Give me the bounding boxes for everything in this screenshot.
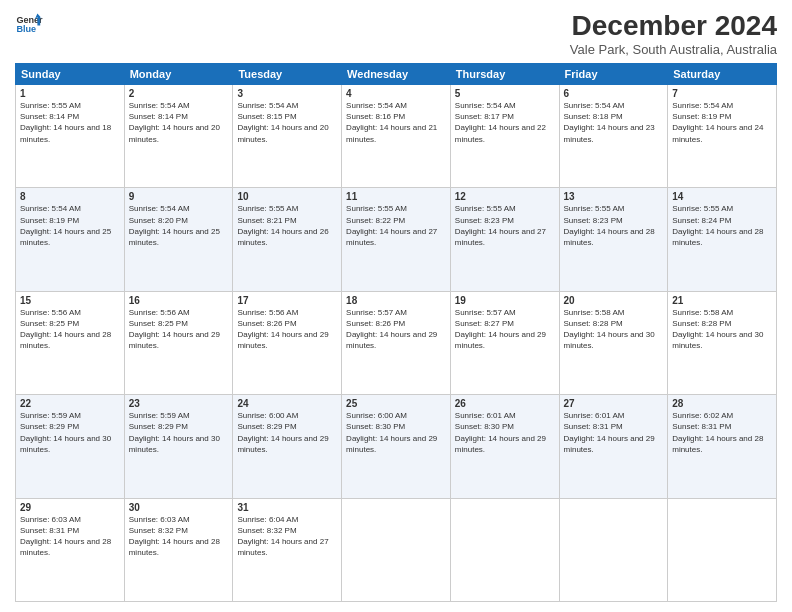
day-info: Sunrise: 5:57 AM Sunset: 8:27 PM Dayligh… — [455, 307, 555, 352]
page: General Blue December 2024 Vale Park, So… — [0, 0, 792, 612]
day-info: Sunrise: 5:54 AM Sunset: 8:15 PM Dayligh… — [237, 100, 337, 145]
subtitle: Vale Park, South Australia, Australia — [570, 42, 777, 57]
col-sunday: Sunday — [16, 64, 125, 85]
day-number: 6 — [564, 88, 664, 99]
day-info: Sunrise: 5:55 AM Sunset: 8:23 PM Dayligh… — [564, 203, 664, 248]
main-title: December 2024 — [570, 10, 777, 42]
col-thursday: Thursday — [450, 64, 559, 85]
logo: General Blue — [15, 10, 43, 38]
day-info: Sunrise: 5:59 AM Sunset: 8:29 PM Dayligh… — [129, 410, 229, 455]
table-row: 22 Sunrise: 5:59 AM Sunset: 8:29 PM Dayl… — [16, 395, 125, 498]
day-info: Sunrise: 5:57 AM Sunset: 8:26 PM Dayligh… — [346, 307, 446, 352]
day-number: 12 — [455, 191, 555, 202]
day-number: 1 — [20, 88, 120, 99]
logo-icon: General Blue — [15, 10, 43, 38]
table-row: 24 Sunrise: 6:00 AM Sunset: 8:29 PM Dayl… — [233, 395, 342, 498]
table-row: 16 Sunrise: 5:56 AM Sunset: 8:25 PM Dayl… — [124, 291, 233, 394]
day-info: Sunrise: 5:54 AM Sunset: 8:18 PM Dayligh… — [564, 100, 664, 145]
day-number: 25 — [346, 398, 446, 409]
day-number: 14 — [672, 191, 772, 202]
day-number: 26 — [455, 398, 555, 409]
col-friday: Friday — [559, 64, 668, 85]
svg-text:Blue: Blue — [16, 24, 36, 34]
day-info: Sunrise: 5:59 AM Sunset: 8:29 PM Dayligh… — [20, 410, 120, 455]
day-info: Sunrise: 5:58 AM Sunset: 8:28 PM Dayligh… — [564, 307, 664, 352]
day-info: Sunrise: 5:55 AM Sunset: 8:14 PM Dayligh… — [20, 100, 120, 145]
day-info: Sunrise: 5:55 AM Sunset: 8:21 PM Dayligh… — [237, 203, 337, 248]
table-row: 1 Sunrise: 5:55 AM Sunset: 8:14 PM Dayli… — [16, 85, 125, 188]
day-number: 8 — [20, 191, 120, 202]
day-info: Sunrise: 5:54 AM Sunset: 8:16 PM Dayligh… — [346, 100, 446, 145]
day-number: 24 — [237, 398, 337, 409]
table-row: 7 Sunrise: 5:54 AM Sunset: 8:19 PM Dayli… — [668, 85, 777, 188]
table-row: 6 Sunrise: 5:54 AM Sunset: 8:18 PM Dayli… — [559, 85, 668, 188]
day-info: Sunrise: 5:54 AM Sunset: 8:19 PM Dayligh… — [20, 203, 120, 248]
col-wednesday: Wednesday — [342, 64, 451, 85]
table-row: 10 Sunrise: 5:55 AM Sunset: 8:21 PM Dayl… — [233, 188, 342, 291]
day-info: Sunrise: 6:04 AM Sunset: 8:32 PM Dayligh… — [237, 514, 337, 559]
table-row: 30 Sunrise: 6:03 AM Sunset: 8:32 PM Dayl… — [124, 498, 233, 601]
day-info: Sunrise: 5:58 AM Sunset: 8:28 PM Dayligh… — [672, 307, 772, 352]
day-info: Sunrise: 5:54 AM Sunset: 8:14 PM Dayligh… — [129, 100, 229, 145]
day-info: Sunrise: 6:03 AM Sunset: 8:31 PM Dayligh… — [20, 514, 120, 559]
day-number: 4 — [346, 88, 446, 99]
table-row: 27 Sunrise: 6:01 AM Sunset: 8:31 PM Dayl… — [559, 395, 668, 498]
header: General Blue December 2024 Vale Park, So… — [15, 10, 777, 57]
day-info: Sunrise: 5:55 AM Sunset: 8:23 PM Dayligh… — [455, 203, 555, 248]
table-row — [342, 498, 451, 601]
day-info: Sunrise: 6:02 AM Sunset: 8:31 PM Dayligh… — [672, 410, 772, 455]
day-info: Sunrise: 5:55 AM Sunset: 8:24 PM Dayligh… — [672, 203, 772, 248]
table-row: 28 Sunrise: 6:02 AM Sunset: 8:31 PM Dayl… — [668, 395, 777, 498]
day-info: Sunrise: 6:00 AM Sunset: 8:29 PM Dayligh… — [237, 410, 337, 455]
day-number: 16 — [129, 295, 229, 306]
day-number: 21 — [672, 295, 772, 306]
day-info: Sunrise: 5:56 AM Sunset: 8:25 PM Dayligh… — [20, 307, 120, 352]
day-number: 23 — [129, 398, 229, 409]
day-info: Sunrise: 5:54 AM Sunset: 8:19 PM Dayligh… — [672, 100, 772, 145]
table-row: 29 Sunrise: 6:03 AM Sunset: 8:31 PM Dayl… — [16, 498, 125, 601]
day-number: 10 — [237, 191, 337, 202]
table-row: 26 Sunrise: 6:01 AM Sunset: 8:30 PM Dayl… — [450, 395, 559, 498]
day-number: 5 — [455, 88, 555, 99]
day-info: Sunrise: 5:54 AM Sunset: 8:17 PM Dayligh… — [455, 100, 555, 145]
table-row: 15 Sunrise: 5:56 AM Sunset: 8:25 PM Dayl… — [16, 291, 125, 394]
day-info: Sunrise: 6:01 AM Sunset: 8:30 PM Dayligh… — [455, 410, 555, 455]
day-number: 11 — [346, 191, 446, 202]
day-number: 19 — [455, 295, 555, 306]
day-number: 28 — [672, 398, 772, 409]
table-row: 12 Sunrise: 5:55 AM Sunset: 8:23 PM Dayl… — [450, 188, 559, 291]
col-tuesday: Tuesday — [233, 64, 342, 85]
table-row: 20 Sunrise: 5:58 AM Sunset: 8:28 PM Dayl… — [559, 291, 668, 394]
table-row: 11 Sunrise: 5:55 AM Sunset: 8:22 PM Dayl… — [342, 188, 451, 291]
table-row — [450, 498, 559, 601]
table-row: 25 Sunrise: 6:00 AM Sunset: 8:30 PM Dayl… — [342, 395, 451, 498]
table-row: 8 Sunrise: 5:54 AM Sunset: 8:19 PM Dayli… — [16, 188, 125, 291]
table-row — [559, 498, 668, 601]
col-saturday: Saturday — [668, 64, 777, 85]
day-info: Sunrise: 5:56 AM Sunset: 8:25 PM Dayligh… — [129, 307, 229, 352]
day-number: 27 — [564, 398, 664, 409]
day-number: 3 — [237, 88, 337, 99]
day-info: Sunrise: 6:01 AM Sunset: 8:31 PM Dayligh… — [564, 410, 664, 455]
day-number: 30 — [129, 502, 229, 513]
table-row: 3 Sunrise: 5:54 AM Sunset: 8:15 PM Dayli… — [233, 85, 342, 188]
calendar-table: Sunday Monday Tuesday Wednesday Thursday… — [15, 63, 777, 602]
header-row: Sunday Monday Tuesday Wednesday Thursday… — [16, 64, 777, 85]
day-number: 18 — [346, 295, 446, 306]
table-row: 17 Sunrise: 5:56 AM Sunset: 8:26 PM Dayl… — [233, 291, 342, 394]
table-row — [668, 498, 777, 601]
table-row: 23 Sunrise: 5:59 AM Sunset: 8:29 PM Dayl… — [124, 395, 233, 498]
col-monday: Monday — [124, 64, 233, 85]
table-row: 4 Sunrise: 5:54 AM Sunset: 8:16 PM Dayli… — [342, 85, 451, 188]
table-row: 21 Sunrise: 5:58 AM Sunset: 8:28 PM Dayl… — [668, 291, 777, 394]
table-row: 18 Sunrise: 5:57 AM Sunset: 8:26 PM Dayl… — [342, 291, 451, 394]
day-info: Sunrise: 5:55 AM Sunset: 8:22 PM Dayligh… — [346, 203, 446, 248]
table-row: 5 Sunrise: 5:54 AM Sunset: 8:17 PM Dayli… — [450, 85, 559, 188]
day-number: 13 — [564, 191, 664, 202]
day-info: Sunrise: 5:54 AM Sunset: 8:20 PM Dayligh… — [129, 203, 229, 248]
table-row: 13 Sunrise: 5:55 AM Sunset: 8:23 PM Dayl… — [559, 188, 668, 291]
day-number: 9 — [129, 191, 229, 202]
day-info: Sunrise: 6:03 AM Sunset: 8:32 PM Dayligh… — [129, 514, 229, 559]
day-number: 15 — [20, 295, 120, 306]
table-row: 14 Sunrise: 5:55 AM Sunset: 8:24 PM Dayl… — [668, 188, 777, 291]
